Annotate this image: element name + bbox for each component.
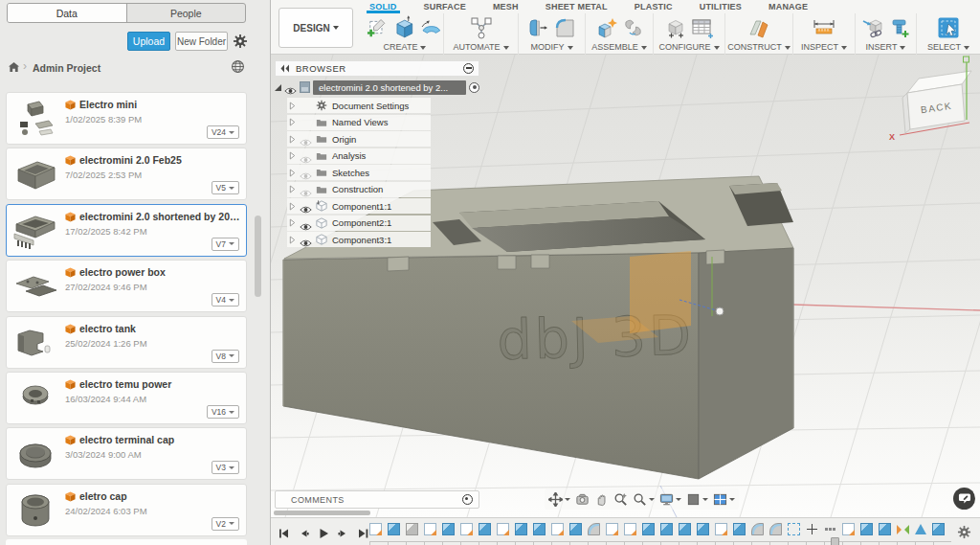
file-list-item-electro-tank[interactable]: electro tank 25/02/2024 1:26 PM V8 [6, 316, 247, 369]
viewnav-display-settings[interactable] [659, 492, 681, 507]
file-list-item-electromini-2-0-shortened-by-20m[interactable]: electromini 2.0 shortened by 20m... 17/0… [6, 204, 247, 257]
timeline-feature-extrude[interactable] [569, 523, 582, 535]
ribbon-tab-plastic[interactable]: PLASTIC [632, 0, 676, 13]
expand-caret-icon[interactable] [289, 236, 296, 244]
visibility-eye-icon[interactable] [300, 134, 312, 144]
browser-header[interactable]: BROWSER [275, 60, 479, 77]
visibility-eye-icon[interactable] [300, 185, 312, 194]
visibility-eye-icon[interactable] [300, 201, 312, 211]
fillet-icon[interactable] [553, 17, 576, 38]
automate-menu[interactable]: AUTOMATE [444, 42, 518, 52]
file-version-dropdown[interactable]: V8 [212, 350, 239, 363]
playback-step-back[interactable] [298, 526, 309, 537]
timeline-feature-sketch[interactable] [624, 523, 636, 535]
timeline-feature-sketch[interactable] [842, 523, 855, 535]
timeline-feature-sketch[interactable] [715, 523, 727, 535]
root-node-label[interactable]: electromini 2.0 shortened by 2... [313, 80, 466, 95]
file-version-dropdown[interactable]: V3 [212, 461, 239, 474]
file-list-item-electro-temu-power[interactable]: electro temu power 16/03/2024 9:44 AM V1… [6, 372, 247, 424]
ribbon-tab-solid[interactable]: SOLID [367, 0, 400, 13]
visibility-eye-icon[interactable] [300, 218, 312, 228]
timeline-feature-fillet[interactable] [769, 523, 782, 535]
construct-plane-icon[interactable] [747, 16, 770, 39]
extrude-icon[interactable] [391, 15, 416, 40]
viewnav-hand[interactable] [594, 492, 609, 507]
timeline-feature-shell[interactable] [406, 523, 418, 535]
ribbon-tab-sheet-metal[interactable]: SHEET METAL [543, 0, 611, 13]
file-version-dropdown[interactable]: V5 [212, 181, 239, 194]
expand-caret-icon[interactable] [275, 84, 281, 91]
expand-caret-icon[interactable] [289, 169, 296, 177]
file-list-scrollbar[interactable] [255, 216, 261, 297]
visibility-eye-icon[interactable] [284, 82, 297, 92]
browser-node-construction[interactable]: Construction [287, 182, 431, 197]
joint-icon[interactable] [623, 17, 643, 38]
configure-component-icon[interactable] [665, 17, 686, 38]
insert-derive-icon[interactable] [862, 17, 884, 38]
browser-node-component1-1[interactable]: Component1:1 [287, 198, 431, 214]
expand-caret-icon[interactable] [289, 118, 296, 126]
viewport-canvas[interactable]: dbJ 3D BACK X [271, 55, 980, 517]
measure-icon[interactable] [812, 18, 836, 37]
timeline-position-marker[interactable] [831, 537, 839, 545]
comments-bar[interactable]: COMMENTS [275, 490, 479, 509]
configuration-table-icon[interactable] [691, 17, 714, 38]
insert-fastener-icon[interactable] [889, 17, 910, 38]
timeline-feature-extrude[interactable] [533, 523, 546, 535]
expand-caret-icon[interactable] [289, 151, 296, 160]
timeline-feature-extrude[interactable] [442, 523, 455, 535]
ribbon-tab-surface[interactable]: SURFACE [421, 0, 469, 13]
ribbon-tab-mesh[interactable]: MESH [490, 0, 522, 13]
expand-caret-icon[interactable] [289, 185, 296, 193]
browser-node-document-settings[interactable]: Document Settings [287, 98, 431, 113]
playback-play[interactable] [318, 526, 329, 537]
viewnav-zoom-window[interactable] [613, 492, 628, 507]
browser-node-analysis[interactable]: Analysis [287, 148, 431, 164]
timeline-feature-sketch[interactable] [497, 523, 509, 535]
timeline-feature-sketch[interactable] [369, 523, 382, 535]
configure-menu[interactable]: CONFIGURE [654, 42, 724, 52]
browser-node-named-views[interactable]: Named Views [287, 115, 431, 130]
timeline-feature-extrude[interactable] [879, 523, 891, 535]
browser-node-component3-1[interactable]: Component3:1 [287, 232, 431, 247]
timeline-feature-extrude[interactable] [642, 523, 655, 535]
viewnav-orbit[interactable] [575, 492, 590, 507]
viewnav-pan[interactable] [548, 492, 570, 507]
file-version-dropdown[interactable]: V24 [207, 125, 239, 139]
visibility-eye-icon[interactable] [300, 151, 312, 161]
origin-point[interactable] [716, 307, 724, 315]
timeline-feature-extrude[interactable] [660, 523, 673, 535]
timeline-feature-sketch[interactable] [460, 523, 473, 535]
timeline-feature-extrude[interactable] [679, 523, 691, 535]
timeline-feature-sketch[interactable] [424, 523, 436, 535]
timeline-ruler[interactable] [369, 541, 951, 545]
timeline-feature-marquee[interactable] [788, 523, 800, 535]
file-list-item-electro-power-box[interactable]: electro power box 27/02/2024 9:46 PM V4 [6, 260, 247, 312]
modify-menu[interactable]: MODIFY [519, 42, 585, 52]
file-list-item-eletro-cap[interactable]: eletro cap 24/02/2024 6:03 PM V2 [6, 484, 247, 536]
timeline-settings-gear-icon[interactable] [957, 525, 971, 539]
timeline-feature-move[interactable] [806, 523, 818, 535]
expand-caret-icon[interactable] [289, 218, 296, 227]
timeline-feature-extrude[interactable] [515, 523, 527, 535]
assemble-menu[interactable]: ASSEMBLE [586, 42, 653, 52]
timeline-feature-loft[interactable] [915, 524, 926, 534]
revolve-icon[interactable] [420, 18, 443, 37]
viewnav-zoom[interactable] [633, 492, 655, 507]
browser-node-origin[interactable]: Origin [287, 131, 431, 147]
collapse-panel-icon[interactable] [280, 64, 290, 73]
activate-component-radio[interactable] [469, 82, 479, 93]
expand-caret-icon[interactable] [289, 102, 296, 110]
file-version-dropdown[interactable]: V4 [212, 293, 239, 307]
timeline-feature-extrude[interactable] [932, 523, 945, 535]
timeline-scrollbar[interactable] [274, 511, 370, 515]
timeline-feature-extrude[interactable] [733, 523, 746, 535]
viewnav-grid-and-snaps[interactable] [686, 492, 708, 507]
viewnav-viewports[interactable] [713, 492, 735, 507]
press-pull-icon[interactable] [527, 17, 548, 38]
create-sketch-icon[interactable] [367, 17, 387, 38]
ribbon-tab-utilities[interactable]: UTILITIES [697, 0, 745, 13]
create-menu[interactable]: CREATE [367, 42, 443, 52]
construct-menu[interactable]: CONSTRUCT [725, 42, 792, 52]
file-version-dropdown[interactable]: V2 [212, 517, 239, 531]
